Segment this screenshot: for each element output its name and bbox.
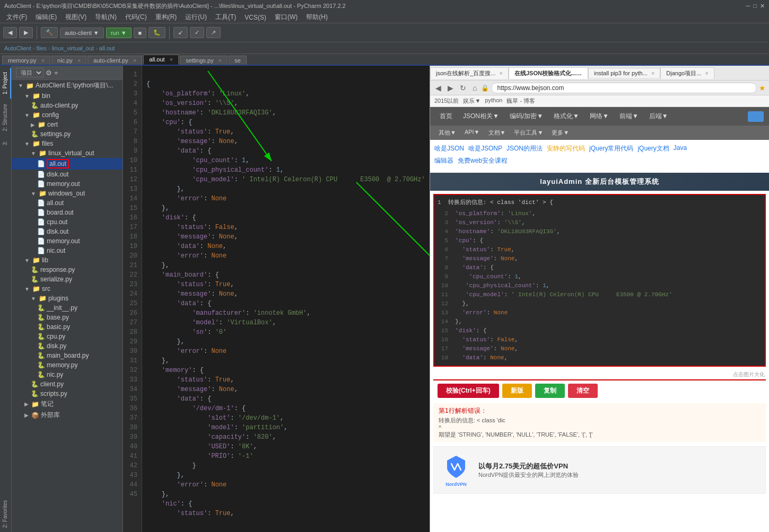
- toolbar-build-btn[interactable]: 🔨: [41, 27, 58, 38]
- browser-tab-4[interactable]: Django项目... ×: [660, 67, 714, 79]
- nav-platform[interactable]: 平台工具▼: [511, 128, 546, 138]
- panel-tab-structure[interactable]: 2: Structure: [0, 100, 11, 136]
- bookmark-2015[interactable]: 2015以前: [434, 97, 459, 105]
- tab-all-out[interactable]: all.out ×: [143, 55, 179, 65]
- clear-button[interactable]: 清空: [568, 384, 598, 398]
- tree-lib[interactable]: ▼ 📁 lib: [12, 255, 123, 265]
- nav-encode[interactable]: 编码/加密▼: [505, 110, 547, 122]
- link-json-usage[interactable]: JSON的用法: [506, 144, 543, 153]
- link-web-security[interactable]: 免费web安全课程: [458, 156, 508, 165]
- toolbar-back-btn[interactable]: ◀: [3, 27, 17, 38]
- link-jquery-common[interactable]: jQuery常用代码: [589, 144, 633, 153]
- tree-autoclientpy[interactable]: 🐍 auto-client.py: [12, 101, 123, 110]
- toolbar-commit-btn[interactable]: ✓: [190, 27, 204, 38]
- tree-src[interactable]: ▼ 📁 src: [12, 284, 123, 294]
- tree-linux-virtual-out[interactable]: ▼ 📁 linux_virtual_out: [12, 148, 123, 158]
- tree-autoclient-root[interactable]: ▼ 📁 AutoClient E:\python项目\...: [12, 80, 123, 91]
- toolbar-run-config[interactable]: auto-client ▼: [60, 28, 104, 38]
- browser-tab4-close[interactable]: ×: [705, 70, 708, 76]
- debug-btn[interactable]: 🐛: [148, 27, 165, 38]
- nav-format[interactable]: 格式化▼: [549, 110, 583, 122]
- menu-file[interactable]: 文件(F): [2, 12, 31, 23]
- tree-win-memoryout[interactable]: 📄 memory.out: [12, 236, 123, 246]
- link-shashi-json[interactable]: 啥是JSON: [434, 144, 464, 153]
- browser-tab-3[interactable]: install pip3 for pyth... ×: [588, 68, 660, 78]
- breadcrumb-item-2[interactable]: files: [36, 45, 47, 51]
- tree-cert[interactable]: ▶ 📁 cert: [12, 120, 123, 129]
- vpn-ad[interactable]: NordVPN 以每月2.75美元的超低价VPN NordVPN提供最安全的网上…: [433, 446, 766, 494]
- tree-scriptspy[interactable]: 🐍 scripts.py: [12, 389, 123, 398]
- tab-close-settings[interactable]: ×: [219, 57, 222, 64]
- nav-network[interactable]: 网络▼: [586, 110, 613, 122]
- tree-bin[interactable]: ▼ 📁 bin: [12, 91, 123, 101]
- tree-allout-selected[interactable]: 📄 all.out: [12, 158, 123, 170]
- validate-button[interactable]: 校验(Ctrl+回车): [438, 384, 499, 398]
- tab-auto-client[interactable]: auto-client.py ×: [88, 56, 142, 65]
- nav-api[interactable]: API▼: [461, 128, 483, 138]
- tab-close-memory[interactable]: ×: [41, 57, 45, 64]
- tree-diskpy[interactable]: 🐍 disk.py: [12, 341, 123, 351]
- bookmark-weicao[interactable]: 巍草 - 博客: [506, 97, 535, 105]
- tree-memorypy[interactable]: 🐍 memory.py: [12, 360, 123, 370]
- tree-memoryout[interactable]: 📄 memory.out: [12, 179, 123, 189]
- tree-boardout[interactable]: 📄 board.out: [12, 208, 123, 217]
- tree-basicpy[interactable]: 🐍 basic.py: [12, 322, 123, 332]
- menu-help[interactable]: 帮助(H): [302, 12, 332, 23]
- toolbar-forward-btn[interactable]: ▶: [19, 27, 33, 38]
- tree-clientpy[interactable]: 🐍 client.py: [12, 379, 123, 389]
- menu-navigate[interactable]: 导航(N): [91, 12, 121, 23]
- tree-config[interactable]: ▼ 📁 config: [12, 110, 123, 120]
- bookmark-python[interactable]: python: [485, 97, 502, 105]
- tree-nicout[interactable]: 📄 nic.out: [12, 246, 123, 255]
- tree-notes[interactable]: ▶ 📁 笔记: [12, 398, 123, 410]
- link-editor[interactable]: 编辑器: [434, 156, 453, 165]
- tab-close-autoclient[interactable]: ×: [133, 57, 136, 64]
- tab-nic-py[interactable]: nic.py ×: [51, 56, 86, 65]
- toolbar-git-btn[interactable]: ↙: [173, 27, 188, 38]
- code-content[interactable]: { 'os_platform': 'Linux', 'os_version': …: [142, 66, 430, 532]
- tree-cpupy[interactable]: 🐍 cpu.py: [12, 332, 123, 341]
- run-button[interactable]: run ▼: [106, 28, 132, 38]
- menu-view[interactable]: 视图(V): [61, 12, 91, 23]
- panel-tab-favorites[interactable]: 2: Favorites: [0, 496, 11, 532]
- project-selector[interactable]: 项目: [16, 68, 43, 77]
- link-shashi-jsonp[interactable]: 啥是JSONP: [468, 144, 502, 153]
- tree-responsepy[interactable]: 🐍 response.py: [12, 265, 123, 274]
- admin-banner[interactable]: layuiAdmin 全新后台模板管理系统: [430, 173, 769, 191]
- stop-btn[interactable]: ■: [134, 28, 147, 38]
- tree-basepy[interactable]: 🐍 base.py: [12, 313, 123, 322]
- window-controls[interactable]: ─ □ ✕: [746, 3, 765, 10]
- menu-vcs[interactable]: VCS(S): [240, 13, 270, 22]
- menu-edit[interactable]: 编辑(E): [31, 12, 61, 23]
- nav-other[interactable]: 其他▼: [435, 128, 459, 138]
- link-quiet-code[interactable]: 安静的写代码: [547, 144, 585, 153]
- browser-tab-2[interactable]: 在线JSON校验格式化... ×: [509, 67, 588, 79]
- settings-icon[interactable]: ⚙: [46, 69, 52, 77]
- tree-win-allout[interactable]: 📄 all.out: [12, 198, 123, 208]
- back-btn[interactable]: ◀: [433, 83, 443, 93]
- newver-button[interactable]: 新版: [502, 384, 532, 398]
- tab-close-nic[interactable]: ×: [77, 57, 81, 64]
- tree-files[interactable]: ▼ 📁 files: [12, 139, 123, 148]
- tree-nicpy[interactable]: 🐍 nic.py: [12, 370, 123, 379]
- tree-mainboardpy[interactable]: 🐍 main_board.py: [12, 351, 123, 360]
- menu-refactor[interactable]: 重构(R): [151, 12, 181, 23]
- tree-initpy[interactable]: 🐍 __init__.py: [12, 303, 123, 313]
- home-btn[interactable]: ⌂: [470, 83, 479, 93]
- bookmark-nav[interactable]: 娱乐▼: [463, 97, 480, 105]
- tab-close-allout[interactable]: ×: [170, 56, 173, 63]
- panel-tab-3[interactable]: 3:: [0, 137, 11, 149]
- nav-backend[interactable]: 后端▼: [645, 110, 672, 122]
- menu-code[interactable]: 代码(C): [121, 12, 151, 23]
- link-java[interactable]: Java: [674, 144, 687, 153]
- tree-win-diskout[interactable]: 📄 disk.out: [12, 227, 123, 236]
- bookmark-btn[interactable]: ★: [759, 84, 766, 92]
- tree-cpuout[interactable]: 📄 cpu.out: [12, 217, 123, 227]
- tree-serializepy[interactable]: 🐍 serialize.py: [12, 274, 123, 284]
- tree-diskout[interactable]: 📄 disk.out: [12, 170, 123, 179]
- menu-tools[interactable]: 工具(T): [211, 12, 240, 23]
- browser-tab3-close[interactable]: ×: [651, 70, 654, 76]
- browser-tab-1[interactable]: json在线解析_百度搜... ×: [430, 67, 509, 79]
- copy-button[interactable]: 复制: [535, 384, 565, 398]
- nav-more[interactable]: 更多▼: [548, 128, 572, 138]
